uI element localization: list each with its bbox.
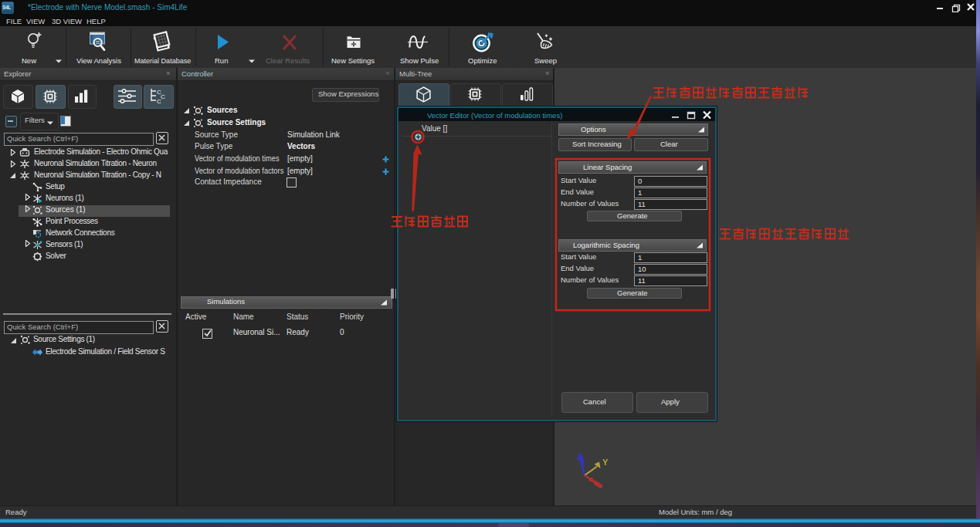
svg-text:Z: Z xyxy=(577,453,582,461)
svg-text:Y: Y xyxy=(602,458,609,467)
svg-text:C: C xyxy=(157,98,161,104)
svg-text:C: C xyxy=(161,93,165,100)
